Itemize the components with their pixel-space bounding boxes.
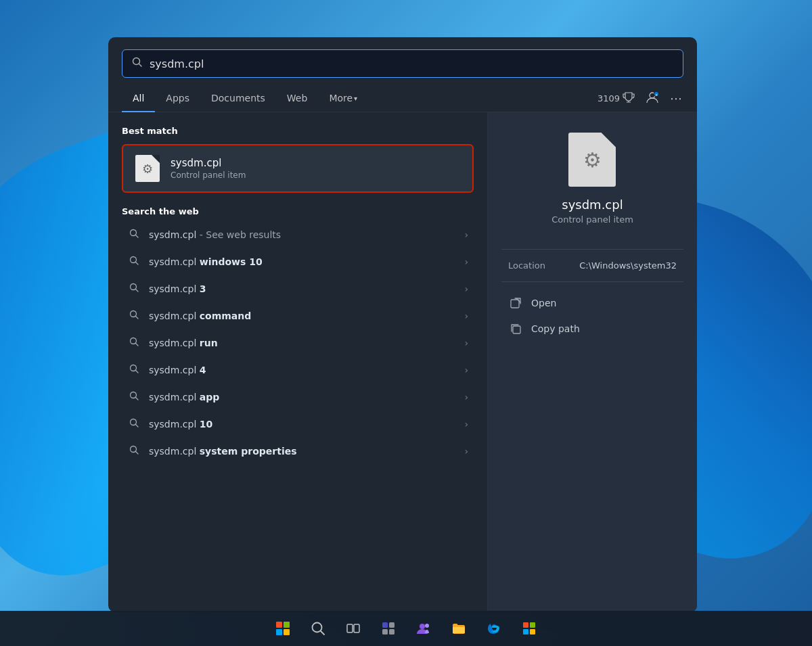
- file-explorer-button[interactable]: [444, 614, 474, 643]
- search-taskbar-icon: [311, 621, 325, 636]
- right-panel-title: sysdm.cpl: [562, 198, 623, 212]
- web-item-4[interactable]: sysdm.cpl run ›: [122, 330, 474, 356]
- web-item-text-5: sysdm.cpl 4: [149, 365, 456, 375]
- file-explorer-icon: [451, 621, 466, 636]
- svg-rect-41: [523, 629, 528, 635]
- svg-line-21: [136, 398, 139, 400]
- web-search-title: Search the web: [122, 206, 474, 216]
- svg-line-19: [136, 371, 139, 373]
- arrow-icon-8: ›: [464, 446, 468, 457]
- search-icon-1: [127, 256, 141, 268]
- start-button[interactable]: [268, 614, 298, 643]
- web-item-3[interactable]: sysdm.cpl command ›: [122, 303, 474, 329]
- right-actions: Open Copy path: [501, 296, 683, 336]
- svg-rect-42: [530, 629, 535, 635]
- best-match-title: Best match: [122, 126, 474, 136]
- svg-text:+: +: [655, 93, 658, 97]
- taskbar-search-button[interactable]: [303, 614, 333, 643]
- right-info-location: Location C:\Windows\system32: [501, 260, 683, 271]
- svg-rect-38: [453, 627, 465, 633]
- arrow-icon-7: ›: [464, 419, 468, 430]
- web-item-8[interactable]: sysdm.cpl system properties ›: [122, 438, 474, 464]
- snap-button[interactable]: [374, 614, 403, 643]
- windows-logo-icon: [276, 622, 290, 635]
- store-button[interactable]: [514, 614, 544, 643]
- taskview-button[interactable]: [338, 614, 368, 643]
- best-match-item[interactable]: ⚙ sysdm.cpl Control panel item: [122, 144, 474, 193]
- score-display: 3109: [597, 91, 635, 106]
- web-item-text-2: sysdm.cpl 3: [149, 283, 456, 294]
- right-panel: ⚙ sysdm.cpl Control panel item Location …: [487, 112, 697, 612]
- open-icon: [508, 296, 523, 310]
- svg-rect-26: [511, 300, 519, 308]
- edge-button[interactable]: [479, 614, 509, 643]
- large-gear-icon: ⚙: [583, 148, 602, 172]
- svg-rect-34: [382, 629, 388, 635]
- web-item-text-0: sysdm.cpl - See web results: [149, 229, 456, 240]
- web-item-5[interactable]: sysdm.cpl 4 ›: [122, 357, 474, 383]
- arrow-icon-4: ›: [464, 338, 468, 348]
- tab-more[interactable]: More ▾: [318, 85, 368, 112]
- taskbar: [0, 611, 812, 646]
- web-item-text-4: sysdm.cpl run: [149, 338, 456, 348]
- web-item-6[interactable]: sysdm.cpl app ›: [122, 384, 474, 410]
- web-item-text-7: sysdm.cpl 10: [149, 419, 456, 430]
- gear-icon: ⚙: [142, 162, 153, 176]
- right-panel-subtitle: Control panel item: [551, 214, 633, 225]
- svg-rect-32: [382, 622, 388, 628]
- tab-web[interactable]: Web: [276, 85, 319, 112]
- search-icon-5: [127, 364, 141, 376]
- search-input-wrapper[interactable]: sysdm.cpl: [122, 49, 683, 78]
- svg-rect-35: [389, 629, 394, 635]
- search-magnifier-icon: [132, 57, 143, 70]
- best-match-icon: ⚙: [134, 155, 161, 182]
- snap-icon: [381, 621, 396, 636]
- svg-line-13: [136, 290, 139, 292]
- tab-apps[interactable]: Apps: [155, 85, 200, 112]
- web-item-0[interactable]: sysdm.cpl - See web results ›: [122, 222, 474, 248]
- search-icon-4: [127, 337, 141, 349]
- svg-rect-40: [530, 622, 535, 628]
- search-panel: sysdm.cpl All Apps Documents Web More ▾ …: [108, 37, 697, 612]
- taskview-icon: [346, 621, 361, 636]
- open-label: Open: [531, 298, 556, 308]
- svg-line-11: [136, 262, 139, 265]
- best-match-name: sysdm.cpl: [171, 157, 461, 169]
- tab-documents[interactable]: Documents: [200, 85, 276, 112]
- right-icon-area: ⚙ sysdm.cpl Control panel item: [551, 133, 633, 238]
- right-divider-bottom: [501, 281, 683, 282]
- svg-line-23: [136, 425, 139, 428]
- cpl-file-icon: ⚙: [135, 155, 160, 182]
- person-icon: +: [646, 91, 659, 106]
- svg-rect-33: [389, 622, 394, 628]
- web-item-2[interactable]: sysdm.cpl 3 ›: [122, 276, 474, 302]
- copy-path-action[interactable]: Copy path: [508, 321, 677, 336]
- search-icon-3: [127, 310, 141, 322]
- location-value: C:\Windows\system32: [579, 260, 677, 271]
- web-item-text-1: sysdm.cpl windows 10: [149, 256, 456, 267]
- copy-path-label: Copy path: [531, 323, 580, 334]
- main-content: Best match ⚙ sysdm.cpl Control panel ite…: [108, 112, 697, 612]
- svg-point-37: [425, 624, 429, 628]
- best-match-info: sysdm.cpl Control panel item: [171, 157, 461, 180]
- web-item-7[interactable]: sysdm.cpl 10 ›: [122, 411, 474, 437]
- chevron-down-icon: ▾: [354, 95, 357, 102]
- search-icon-2: [127, 283, 141, 295]
- svg-rect-31: [354, 624, 359, 632]
- teams-button[interactable]: [409, 614, 438, 643]
- arrow-icon-0: ›: [464, 229, 468, 240]
- tab-all[interactable]: All: [122, 85, 155, 112]
- location-label: Location: [508, 260, 545, 271]
- web-item-1[interactable]: sysdm.cpl windows 10 ›: [122, 249, 474, 275]
- edge-icon: [487, 621, 501, 636]
- copy-icon: [508, 321, 523, 336]
- search-input[interactable]: sysdm.cpl: [150, 57, 673, 70]
- ellipsis-button[interactable]: ⋯: [670, 91, 683, 106]
- svg-line-9: [136, 235, 139, 238]
- arrow-icon-3: ›: [464, 310, 468, 321]
- open-action[interactable]: Open: [508, 296, 677, 310]
- left-panel: Best match ⚙ sysdm.cpl Control panel ite…: [108, 112, 487, 612]
- arrow-icon-1: ›: [464, 256, 468, 267]
- tab-right-area: 3109 +: [597, 91, 683, 106]
- svg-rect-39: [523, 622, 528, 628]
